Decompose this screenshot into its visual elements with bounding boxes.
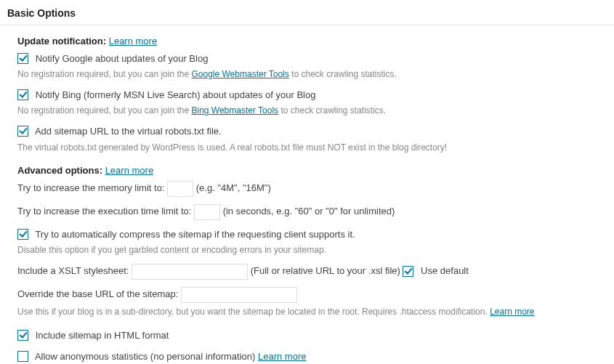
- notify-google-desc-prefix: No registration required, but you can jo…: [17, 69, 191, 79]
- anon-stats-learn-more-link[interactable]: Learn more: [258, 351, 306, 362]
- bing-webmaster-tools-link[interactable]: Bing Webmaster Tools: [191, 105, 278, 116]
- update-notification-label: Update notification:: [17, 36, 106, 46]
- notify-bing-desc: No registration required, but you can jo…: [17, 105, 607, 117]
- exec-time-label: Try to increase the execution time limit…: [17, 206, 191, 217]
- xslt-input[interactable]: [132, 264, 248, 280]
- memory-limit-input[interactable]: [167, 181, 193, 197]
- compress-checkbox[interactable]: [17, 229, 28, 240]
- html-format-checkbox[interactable]: [17, 330, 28, 341]
- base-url-label: Override the base URL of the sitemap:: [17, 289, 178, 300]
- anon-stats-checkbox[interactable]: [17, 351, 28, 362]
- xslt-use-default-checkbox[interactable]: [403, 266, 413, 277]
- notify-bing-desc-prefix: No registration required, but you can jo…: [17, 105, 191, 116]
- compress-desc: Disable this option if you get garbled c…: [17, 244, 607, 256]
- exec-time-row: Try to increase the execution time limit…: [17, 204, 607, 220]
- html-format-label: Include sitemap in HTML format: [36, 330, 169, 341]
- anon-stats-row: Allow anonymous statistics (no personal …: [17, 349, 607, 364]
- xslt-hint: (Full or relative URL to your .xsl file): [251, 266, 400, 277]
- notify-bing-checkbox[interactable]: [17, 89, 28, 100]
- robots-txt-checkbox[interactable]: [17, 126, 28, 137]
- xslt-label: Include a XSLT stylesheet:: [17, 266, 129, 277]
- html-format-row: Include sitemap in HTML format: [17, 328, 607, 343]
- panel-body: Update notification: Learn more Notify G…: [0, 25, 614, 364]
- notify-google-row: Notify Google about updates of your Blog: [17, 52, 607, 66]
- base-url-desc-text: Use this if your blog is in a sub-direct…: [17, 307, 488, 317]
- base-url-input[interactable]: [181, 287, 297, 303]
- xslt-row: Include a XSLT stylesheet: (Full or rela…: [17, 264, 607, 280]
- advanced-options-heading: Advanced options: Learn more: [17, 163, 607, 178]
- update-notification-learn-more-link[interactable]: Learn more: [109, 36, 157, 46]
- memory-limit-hint: (e.g. "4M", "16M"): [196, 182, 271, 193]
- anon-stats-label: Allow anonymous statistics (no personal …: [35, 351, 255, 362]
- robots-txt-label: Add sitemap URL to the virtual robots.tx…: [35, 126, 222, 137]
- robots-txt-row: Add sitemap URL to the virtual robots.tx…: [17, 124, 607, 139]
- notify-google-desc: No registration required, but you can jo…: [17, 68, 607, 81]
- memory-limit-row: Try to increase the memory limit to: (e.…: [17, 181, 607, 197]
- memory-limit-label: Try to increase the memory limit to:: [17, 182, 165, 193]
- exec-time-input[interactable]: [194, 204, 220, 220]
- base-url-desc: Use this if your blog is in a sub-direct…: [17, 306, 607, 318]
- exec-time-hint: (in seconds, e.g. "60" or "0" for unlimi…: [223, 206, 395, 217]
- xslt-use-default-label: Use default: [421, 266, 469, 277]
- notify-google-label: Notify Google about updates of your Blog: [36, 53, 209, 64]
- compress-row: Try to automatically compress the sitema…: [17, 227, 607, 242]
- robots-txt-desc: The virtual robots.txt generated by Word…: [17, 142, 607, 154]
- notify-google-checkbox[interactable]: [17, 53, 28, 64]
- update-notification-heading: Update notification: Learn more: [17, 34, 607, 49]
- google-webmaster-tools-link[interactable]: Google Webmaster Tools: [191, 69, 288, 79]
- panel-title: Basic Options: [0, 0, 614, 25]
- notify-bing-label: Notify Bing (formerly MSN Live Search) a…: [36, 89, 316, 100]
- base-url-row: Override the base URL of the sitemap:: [17, 287, 607, 303]
- base-url-learn-more-link[interactable]: Learn more: [490, 307, 534, 317]
- notify-bing-row: Notify Bing (formerly MSN Live Search) a…: [17, 88, 607, 102]
- advanced-options-label: Advanced options:: [17, 165, 102, 176]
- notify-bing-desc-suffix: to check crawling statistics.: [278, 105, 386, 116]
- compress-label: Try to automatically compress the sitema…: [35, 229, 355, 240]
- notify-google-desc-suffix: to check crawling statistics.: [289, 69, 397, 79]
- advanced-options-learn-more-link[interactable]: Learn more: [105, 165, 153, 176]
